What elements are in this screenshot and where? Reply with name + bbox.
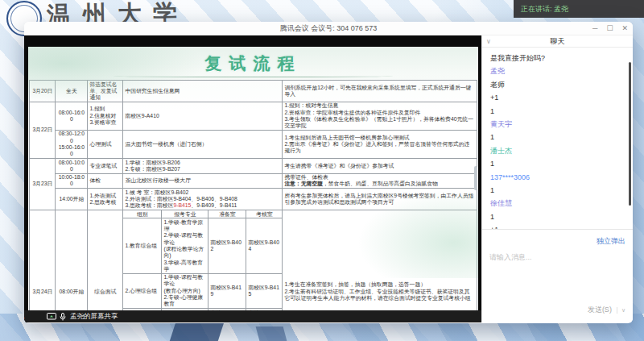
meeting-window: 腾讯会议 会议号: 304 076 573 ─ ☐ ✕ 复试流程 3月20日 全… xyxy=(24,22,633,323)
desktop-pattern-shape xyxy=(256,326,287,341)
group-header: 组别 xyxy=(123,210,162,218)
chat-message: 1 xyxy=(490,210,625,223)
maximize-button[interactable]: ☐ xyxy=(606,22,613,35)
time-cell: 08:00-16:00 xyxy=(56,102,88,130)
table-row: 08:30-12:00 15:00-16:00 心理测试 温大图书馆一楼机房（进… xyxy=(30,130,477,158)
time-cell: 10:00-18:00 xyxy=(56,173,88,189)
time-cell: 08:30-12:00 15:00-16:00 xyxy=(56,130,88,158)
chat-title: 聊天 xyxy=(551,37,565,45)
prep-room-cell: 南校区9-B419 xyxy=(208,273,246,308)
item-cell: 专业课笔试 xyxy=(88,159,123,174)
chat-message: 是我直接开始吗? xyxy=(490,52,625,64)
microphone-icon xyxy=(60,313,66,321)
chat-panel: ∨ 聊天 是我直接开始吗? 孟尧 老师 +1 1 xyxy=(481,35,633,322)
shared-document: 复试流程 3月20日 全天 筛选复试名单、发复试通知 中国研究生招生信息网 调剂… xyxy=(28,47,478,310)
note-cell: 调剂系统开放12小时，可先在我校意向采集系统里填写，正式系统开通后一键导入 xyxy=(283,81,477,102)
major-cell: 1.学硕-课程与教学论 (教育心理方向) 2.专硕-心理健康教育 xyxy=(162,273,208,308)
location-cell: 1.候 考 室：南校区9-B402 2.外语测试：南校区9-B404、9-B40… xyxy=(123,189,283,210)
chat-message: 黄天宇 xyxy=(490,118,625,131)
item-cell: 1.外语测试 2.思政考核 xyxy=(88,189,123,210)
chevron-down-icon[interactable]: ∨ xyxy=(486,35,491,48)
chat-scrollbar[interactable] xyxy=(629,62,631,206)
chat-message: 老师 xyxy=(490,78,625,91)
send-options-caret-icon[interactable]: ∨ xyxy=(617,307,625,314)
chat-input-area[interactable]: 请输入消息... 发送(S) ∨ xyxy=(482,248,633,322)
note-line: 注意：无需空腹，禁食牛奶、鸡蛋、豆制品等高蛋白及油腻食物 xyxy=(284,181,474,187)
send-button[interactable]: 发送(S) xyxy=(588,305,612,315)
major-header: 报考专业 xyxy=(162,210,208,218)
group-cell: 2.心理综合组 xyxy=(123,273,162,308)
window-titlebar[interactable]: 腾讯会议 会议号: 304 076 573 ─ ☐ ✕ xyxy=(24,22,633,35)
popout-link[interactable]: 独立弹出 xyxy=(597,237,625,245)
presenter-badge: 主讲人 xyxy=(24,311,25,321)
location-line: 2.外语测试：南校区9-B404、9-B406、9-B408 xyxy=(125,196,280,202)
doc-scrollbar[interactable] xyxy=(474,166,477,190)
date-cell: 3月23日 xyxy=(30,159,56,210)
major-cell: 1.学硕-教育学原理 2.学硕-课程与教学论 (课程论教学论方向) 3.学硕-高… xyxy=(162,218,208,273)
chat-message: 1 xyxy=(490,131,625,143)
location-cell: 温大图书馆一楼机房（进门右侧） xyxy=(123,130,283,158)
time-cell: 08:00开始 xyxy=(56,210,88,310)
chat-message: 孟尧 xyxy=(490,64,625,77)
item-cell: 综合面试 xyxy=(88,210,123,310)
date-cell: 3月24日 xyxy=(30,210,56,310)
chat-message: 潘士杰 xyxy=(490,144,625,157)
table-row: 3月22日 08:00-16:00 1.报到 2.信息核对 3.资格审查 南校区… xyxy=(30,102,477,130)
minimize-button[interactable]: ─ xyxy=(592,22,597,35)
chat-message: +1 xyxy=(490,91,625,104)
exam-room-header: 考核室 xyxy=(246,210,283,218)
prep-room-header: 准备室 xyxy=(208,210,246,218)
note-cell: 1.考生报到后请马上去图书馆一楼机房参加心理测试 2.需出示《准考证》和《身份证… xyxy=(283,130,477,158)
screen-share-icon xyxy=(47,313,56,321)
window-title: 腾讯会议 会议号: 304 076 573 xyxy=(280,23,378,34)
location-line: 1.候 考 室：南校区9-B402 xyxy=(125,189,280,196)
chat-message: 137****3006 xyxy=(490,171,625,184)
chat-message-list: 是我直接开始吗? 孟尧 老师 +1 1 黄天宇 1 潘士杰 xyxy=(482,48,633,229)
location-cell: 茶山北校区行政楼一楼大厅 xyxy=(123,173,283,189)
shared-screen-view: 复试流程 3月20日 全天 筛选复试名单、发复试通知 中国研究生招生信息网 调剂… xyxy=(24,35,481,322)
item-cell: 体检 xyxy=(88,173,123,189)
doc-decoration xyxy=(28,47,205,103)
group-cell: 1.教育综合组 xyxy=(123,218,162,273)
chat-message: 1 xyxy=(490,105,625,118)
note-cell: 携带证件、体检表 注意：无需空腹，禁食牛奶、鸡蛋、豆制品等高蛋白及油腻食物 xyxy=(283,173,477,189)
chat-message: 1 xyxy=(490,157,625,170)
note-cell: 考生请携带《准考证》和《身份证》参加考试 xyxy=(283,159,477,174)
presenter-bar: 主讲人 孟尧的屏幕共享 xyxy=(24,310,481,322)
screen-share-label: 孟尧的屏幕共享 xyxy=(70,312,118,322)
time-cell: 14:00开始 xyxy=(56,189,88,210)
exam-room-cell: 南校区9-B404 xyxy=(246,218,283,273)
location-cell: 南校区9-A410 xyxy=(123,102,283,130)
location-cell: 1.学硕：南校区9-B206 2.专硕：南校区9-B207 xyxy=(123,159,283,174)
highlighted-room: 9-B415 xyxy=(173,202,191,208)
table-row: 10:00-18:00 体检 茶山北校区行政楼一楼大厅 携带证件、体检表 注意：… xyxy=(30,173,477,189)
table-row: 3月23日 08:00-10:00 专业课笔试 1.学硕：南校区9-B206 2… xyxy=(30,159,477,174)
item-cell: 1.报到 2.信息核对 3.资格审查 xyxy=(88,102,123,130)
chat-header: ∨ 聊天 xyxy=(482,35,633,48)
location-line: 3.思政考核：南校区9-B415、9-B409、9-B411 xyxy=(125,202,280,209)
item-cell: 心理测试 xyxy=(88,130,123,158)
exam-room-cell: 南校区9-B415 xyxy=(246,273,283,308)
prep-room-cell: 南校区9-B402 xyxy=(208,218,246,273)
chat-message: 徐佳慧 xyxy=(490,197,625,210)
chat-message: +1 xyxy=(490,223,625,229)
chat-input-placeholder: 请输入消息... xyxy=(489,252,625,263)
popout-row: 独立弹出 xyxy=(482,229,633,248)
note-cell: 1.报到：核对考生信息 2.资格审查：学院审核考生提供的各种证件原件及复印件 3… xyxy=(283,102,477,130)
doc-decoration xyxy=(357,189,478,278)
chat-message: 1 xyxy=(490,184,625,197)
close-button[interactable]: ✕ xyxy=(621,22,628,35)
time-cell: 08:00-10:00 xyxy=(56,159,88,174)
speaking-indicator: 正在讲话: 孟尧 xyxy=(514,0,644,18)
date-cell: 3月22日 xyxy=(30,102,56,158)
